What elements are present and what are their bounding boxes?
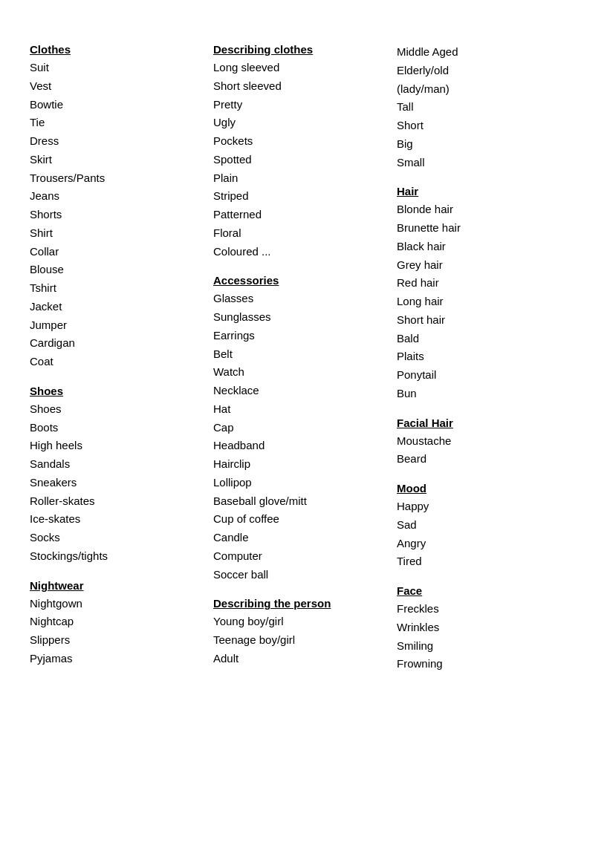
word-item: Trousers/Pants bbox=[30, 169, 206, 188]
word-item: Suit bbox=[30, 59, 206, 77]
column-1: ClothesSuitVestBowtieTieDressSkirtTrouse… bbox=[30, 43, 213, 673]
word-item: Red hair bbox=[397, 274, 573, 293]
word-item: Shirt bbox=[30, 224, 206, 243]
word-item: (lady/man) bbox=[397, 80, 573, 99]
section-header-hair: Hair bbox=[397, 185, 573, 198]
word-item: Headband bbox=[213, 437, 389, 455]
word-item: Lollipop bbox=[213, 474, 389, 492]
word-item: Cap bbox=[213, 419, 389, 437]
word-item: Wrinkles bbox=[397, 619, 573, 637]
word-item: Tall bbox=[397, 98, 573, 117]
word-item: Dress bbox=[30, 132, 206, 151]
word-item: Beard bbox=[397, 450, 573, 469]
word-item: Sad bbox=[397, 516, 573, 535]
word-item: High heels bbox=[30, 437, 206, 455]
word-item: Blouse bbox=[30, 261, 206, 279]
word-item: Striped bbox=[213, 187, 389, 206]
word-item: Bun bbox=[397, 385, 573, 403]
section-header-facial-hair: Facial Hair bbox=[397, 417, 573, 429]
word-item: Sandals bbox=[30, 455, 206, 474]
word-item: Brunette hair bbox=[397, 219, 573, 238]
word-item: Sunglasses bbox=[213, 308, 389, 327]
word-item: Soccer ball bbox=[213, 566, 389, 584]
word-item: Bald bbox=[397, 330, 573, 348]
word-item: Ugly bbox=[213, 114, 389, 132]
word-item: Happy bbox=[397, 497, 573, 516]
word-item: Jacket bbox=[30, 298, 206, 316]
word-item: Tired bbox=[397, 552, 573, 571]
word-item: Nightgown bbox=[30, 595, 206, 613]
word-item: Slippers bbox=[30, 631, 206, 650]
word-item: Cup of coffee bbox=[213, 510, 389, 529]
word-item: Spotted bbox=[213, 151, 389, 169]
word-item: Long sleeved bbox=[213, 59, 389, 77]
word-item: Hairclip bbox=[213, 455, 389, 474]
word-item: Belt bbox=[213, 345, 389, 364]
word-item: Vest bbox=[30, 77, 206, 96]
word-item: Angry bbox=[397, 535, 573, 553]
word-item: Glasses bbox=[213, 290, 389, 308]
word-item: Tshirt bbox=[30, 279, 206, 298]
word-item: Sneakers bbox=[30, 474, 206, 492]
word-item: Earrings bbox=[213, 327, 389, 345]
word-item: Jumper bbox=[30, 316, 206, 335]
word-item: Grey hair bbox=[397, 256, 573, 275]
section-header-mood: Mood bbox=[397, 482, 573, 495]
word-item: Nightcap bbox=[30, 613, 206, 631]
word-item: Hat bbox=[213, 400, 389, 419]
word-item: Coat bbox=[30, 353, 206, 371]
word-item: Necklace bbox=[213, 382, 389, 400]
column-3: Middle AgedElderly/old(lady/man)TallShor… bbox=[397, 43, 580, 673]
word-item: Pockets bbox=[213, 132, 389, 151]
section-header-accessories: Accessories bbox=[213, 274, 389, 287]
word-item: Cardigan bbox=[30, 334, 206, 353]
columns-container: ClothesSuitVestBowtieTieDressSkirtTrouse… bbox=[30, 43, 580, 673]
word-item: Floral bbox=[213, 224, 389, 243]
section-header-describing-clothes: Describing clothes bbox=[213, 43, 389, 56]
section-header-clothes: Clothes bbox=[30, 43, 206, 56]
word-item: Freckles bbox=[397, 600, 573, 619]
word-item: Smiling bbox=[397, 637, 573, 656]
word-item: Black hair bbox=[397, 238, 573, 256]
word-item: Stockings/tights bbox=[30, 547, 206, 566]
word-item: Ponytail bbox=[397, 366, 573, 385]
word-item: Young boy/girl bbox=[213, 613, 389, 631]
word-item: Roller-skates bbox=[30, 492, 206, 511]
word-item: Ice-skates bbox=[30, 510, 206, 529]
word-item: Candle bbox=[213, 529, 389, 547]
word-item: Collar bbox=[30, 243, 206, 261]
word-item: Watch bbox=[213, 363, 389, 382]
word-item: Shorts bbox=[30, 206, 206, 224]
column-2: Describing clothesLong sleevedShort slee… bbox=[213, 43, 397, 673]
word-item: Shoes bbox=[30, 400, 206, 419]
section-header-face: Face bbox=[397, 584, 573, 597]
word-item: Adult bbox=[213, 650, 389, 668]
word-item: Boots bbox=[30, 419, 206, 437]
word-item: Baseball glove/mitt bbox=[213, 492, 389, 511]
word-item: Teenage boy/girl bbox=[213, 631, 389, 650]
section-header-describing-the-person: Describing the person bbox=[213, 597, 389, 610]
word-item: Small bbox=[397, 154, 573, 172]
word-item: Short hair bbox=[397, 311, 573, 330]
word-item: Elderly/old bbox=[397, 62, 573, 80]
word-item: Computer bbox=[213, 547, 389, 566]
section-header-nightwear: Nightwear bbox=[30, 579, 206, 592]
word-item: Pretty bbox=[213, 96, 389, 114]
section-header-shoes: Shoes bbox=[30, 385, 206, 397]
word-item: Big bbox=[397, 135, 573, 154]
word-item: Long hair bbox=[397, 293, 573, 311]
word-item: Short sleeved bbox=[213, 77, 389, 96]
word-item: Blonde hair bbox=[397, 200, 573, 219]
word-item: Patterned bbox=[213, 206, 389, 224]
word-item: Jeans bbox=[30, 187, 206, 206]
word-item: Moustache bbox=[397, 432, 573, 451]
word-item: Socks bbox=[30, 529, 206, 547]
word-item: Short bbox=[397, 117, 573, 135]
word-item: Plaits bbox=[397, 347, 573, 366]
word-item: Coloured ... bbox=[213, 243, 389, 261]
word-item: Pyjamas bbox=[30, 650, 206, 668]
word-item: Middle Aged bbox=[397, 43, 573, 62]
word-item: Frowning bbox=[397, 655, 573, 673]
word-item: Bowtie bbox=[30, 96, 206, 114]
word-item: Skirt bbox=[30, 151, 206, 169]
